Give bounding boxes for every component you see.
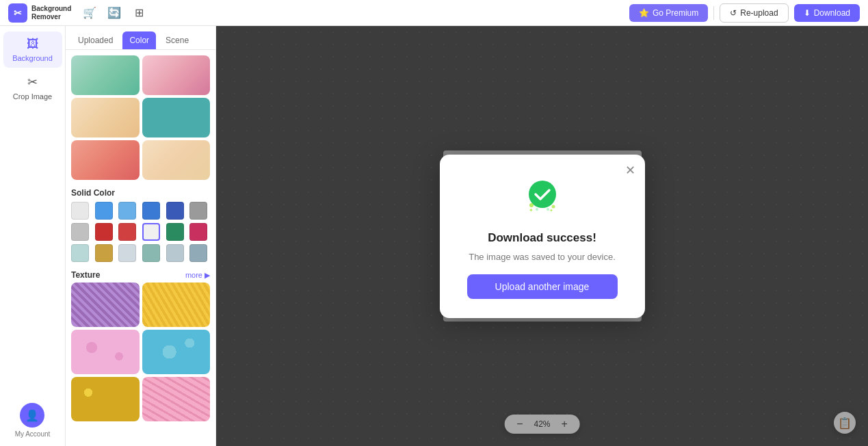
- tab-scene[interactable]: Scene: [159, 31, 196, 49]
- reupload-icon: ↺: [730, 8, 737, 18]
- solid-swatch-blue[interactable]: [95, 202, 113, 220]
- gradient-swatch-cream[interactable]: [71, 98, 140, 137]
- texture-header: Texture more ▶: [66, 267, 215, 283]
- checkmark-svg: ✦ ✦: [523, 176, 562, 215]
- gradient-swatch-salmon[interactable]: [71, 140, 140, 180]
- success-modal: ✕ ✦ ✦ Download success!: [440, 155, 645, 318]
- solid-swatch-dark-red[interactable]: [189, 223, 207, 241]
- texture-swatch-1[interactable]: [71, 283, 140, 327]
- logo-icon: ✂: [8, 3, 27, 23]
- solid-swatch-white[interactable]: [142, 223, 160, 241]
- canvas-area: ✕ ✦ ✦ Download success!: [216, 26, 868, 446]
- more-link[interactable]: more ▶: [185, 271, 210, 280]
- solid-swatch-red[interactable]: [95, 223, 113, 241]
- modal-overlay: ✕ ✦ ✦ Download success!: [216, 26, 868, 446]
- gradient-swatch-green[interactable]: [71, 55, 140, 95]
- topbar: ✂ BackgroundRemover 🛒 🔄 ⊞ ⭐ Go Premium ↺…: [0, 0, 868, 26]
- solid-swatch-dark-blue[interactable]: [166, 202, 184, 220]
- crop-nav-icon: ✂: [27, 75, 38, 90]
- solid-color-grid: [71, 202, 210, 262]
- logo-text: BackgroundRemover: [31, 5, 71, 21]
- texture-swatch-2[interactable]: [142, 283, 211, 327]
- solid-swatch-yellow[interactable]: [95, 244, 113, 262]
- download-label: Download: [814, 8, 850, 18]
- success-icon: ✦ ✦: [523, 176, 562, 222]
- solid-swatch-steel[interactable]: [189, 244, 207, 262]
- sidebar-nav: 🖼 Background ✂ Crop Image 👤 My Account: [0, 26, 66, 446]
- avatar: 👤: [20, 403, 44, 428]
- panel-tabs: Uploaded Color Scene: [66, 26, 215, 50]
- solid-swatch-pale-blue[interactable]: [118, 244, 136, 262]
- solid-swatch-light-red[interactable]: [118, 223, 136, 241]
- premium-label: Go Premium: [653, 8, 698, 18]
- layout-icon[interactable]: ⊞: [131, 5, 146, 21]
- texture-title: Texture: [71, 270, 100, 280]
- reupload-label: Re-upload: [740, 8, 778, 18]
- sidebar-item-background[interactable]: 🖼 Background: [3, 31, 62, 68]
- topbar-right: ⭐ Go Premium ↺ Re-upload ⬇ Download: [629, 3, 860, 23]
- reupload-button[interactable]: ↺ Re-upload: [720, 3, 788, 23]
- upload-icon[interactable]: 🛒: [82, 5, 97, 21]
- svg-point-11: [536, 208, 538, 211]
- divider: [713, 6, 714, 20]
- solid-swatch-gray[interactable]: [189, 202, 207, 220]
- logo: ✂ BackgroundRemover: [8, 3, 71, 23]
- topbar-left: ✂ BackgroundRemover 🛒 🔄 ⊞: [8, 3, 146, 23]
- crop-nav-label: Crop Image: [13, 92, 52, 101]
- upload-another-button[interactable]: Upload another image: [467, 274, 618, 299]
- texture-grid: [66, 283, 215, 421]
- solid-swatch-light-gray[interactable]: [71, 202, 89, 220]
- gradient-swatches: [66, 55, 215, 180]
- history-icon[interactable]: 🔄: [107, 5, 122, 21]
- background-nav-icon: 🖼: [27, 37, 39, 51]
- go-premium-button[interactable]: ⭐ Go Premium: [629, 4, 708, 22]
- solid-color-title: Solid Color: [66, 185, 215, 202]
- svg-text:✦: ✦: [529, 207, 534, 213]
- solid-swatch-light-blue[interactable]: [118, 202, 136, 220]
- premium-icon: ⭐: [639, 8, 649, 18]
- svg-text:✦: ✦: [549, 208, 553, 213]
- solid-colors-section: [66, 202, 215, 267]
- background-nav-label: Background: [12, 54, 53, 62]
- topbar-icons: 🛒 🔄 ⊞: [82, 5, 146, 21]
- download-icon: ⬇: [804, 8, 811, 18]
- solid-swatch-medium-blue[interactable]: [142, 202, 160, 220]
- sidebar-item-crop[interactable]: ✂ Crop Image: [3, 69, 62, 106]
- tab-color[interactable]: Color: [122, 31, 156, 49]
- modal-subtitle: The image was saved to your device.: [469, 252, 616, 262]
- modal-title: Download success!: [488, 231, 596, 245]
- gradient-swatch-teal[interactable]: [142, 98, 211, 137]
- texture-swatch-6[interactable]: [142, 377, 211, 421]
- account-label: My Account: [15, 430, 51, 438]
- account-area[interactable]: 👤 My Account: [15, 403, 51, 438]
- solid-swatch-muted-teal[interactable]: [142, 244, 160, 262]
- tab-uploaded[interactable]: Uploaded: [71, 31, 120, 49]
- texture-swatch-5[interactable]: [71, 377, 140, 421]
- gradient-swatch-pink[interactable]: [142, 55, 211, 95]
- gradient-swatch-peach[interactable]: [142, 140, 211, 180]
- solid-swatch-light-teal[interactable]: [71, 244, 89, 262]
- panel: Uploaded Color Scene Solid Color Texture…: [66, 26, 216, 446]
- texture-swatch-3[interactable]: [71, 330, 140, 374]
- download-button[interactable]: ⬇ Download: [794, 4, 860, 22]
- main: 🖼 Background ✂ Crop Image 👤 My Account U…: [0, 26, 868, 446]
- modal-close-button[interactable]: ✕: [625, 163, 635, 178]
- texture-swatch-4[interactable]: [142, 330, 211, 374]
- solid-swatch-light-blue2[interactable]: [166, 244, 184, 262]
- solid-swatch-green[interactable]: [166, 223, 184, 241]
- solid-swatch-silver[interactable]: [71, 223, 89, 241]
